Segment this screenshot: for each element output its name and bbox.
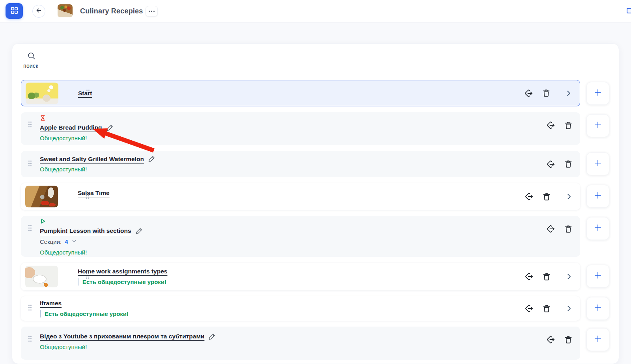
lesson-row-homework[interactable]: Home work assignments types Есть общедос… — [21, 263, 580, 290]
lesson-row-start[interactable]: Start — [21, 80, 580, 106]
add-lesson-button[interactable] — [586, 114, 609, 137]
trash-icon[interactable] — [564, 160, 573, 169]
export-arrow-icon[interactable] — [524, 192, 534, 202]
lesson-row-youtube-video[interactable]: Відео з Youtube з прихованим плеєром та … — [21, 327, 580, 360]
export-arrow-icon[interactable] — [524, 88, 534, 98]
drag-handle-icon[interactable] — [28, 121, 32, 130]
lesson-title-link[interactable]: Apple Bread Pudding — [40, 124, 102, 131]
trash-icon[interactable] — [542, 304, 551, 313]
drag-handle-icon[interactable] — [28, 160, 32, 169]
plus-icon — [594, 159, 602, 169]
lesson-thumbnail — [26, 82, 58, 104]
status-badge: Общедоступный! — [40, 134, 114, 142]
add-lesson-button[interactable] — [586, 152, 609, 175]
status-badge: Общедоступный! — [40, 248, 143, 256]
chevron-right-icon[interactable] — [564, 89, 573, 97]
sections-label: Секции: — [40, 238, 62, 245]
status-bar — [40, 310, 41, 318]
hourglass-icon — [40, 115, 46, 123]
add-lesson-button[interactable] — [586, 328, 609, 351]
status-badge: Есть общедоступные уроки! — [82, 279, 166, 285]
status-badge: Общедоступный! — [40, 342, 216, 351]
status-bar — [78, 278, 78, 286]
export-arrow-icon[interactable] — [546, 121, 556, 130]
trash-icon[interactable] — [564, 224, 573, 234]
plus-icon — [594, 334, 602, 345]
export-arrow-icon[interactable] — [524, 272, 534, 282]
chevron-right-icon[interactable] — [565, 193, 573, 201]
clipped-corner-button[interactable] — [627, 8, 631, 13]
pencil-icon[interactable] — [135, 227, 143, 235]
pencil-icon[interactable] — [208, 333, 216, 340]
plus-icon — [594, 223, 602, 234]
export-arrow-icon[interactable] — [546, 159, 556, 169]
page-title: Culinary Recepies — [80, 7, 143, 15]
lesson-title-link[interactable]: Pumpkin! Lesson with sections — [40, 227, 131, 234]
chevron-right-icon[interactable] — [565, 273, 573, 281]
trash-icon[interactable] — [541, 89, 551, 98]
trash-icon[interactable] — [542, 272, 551, 281]
drag-handle-icon[interactable] — [28, 304, 32, 313]
play-outline-icon — [40, 218, 46, 226]
plus-icon — [594, 271, 602, 281]
chevron-down-icon[interactable] — [71, 238, 77, 245]
add-lesson-button[interactable] — [586, 217, 609, 240]
export-arrow-icon[interactable] — [524, 304, 534, 314]
chevron-right-icon[interactable] — [565, 305, 573, 313]
add-lesson-button[interactable] — [586, 185, 609, 208]
drag-handle-icon[interactable] — [28, 335, 32, 344]
lesson-title-link[interactable]: Iframes — [40, 300, 62, 307]
plus-icon — [594, 303, 602, 314]
lesson-row-salsa-time[interactable]: Salsa Time — [21, 183, 580, 210]
sections-count[interactable]: 4 — [65, 238, 68, 245]
apps-menu-button[interactable] — [6, 3, 23, 19]
top-bar: Culinary Recepies — [0, 0, 631, 22]
status-badge: Есть общедоступные уроки! — [45, 310, 129, 317]
lesson-title-link[interactable]: Start — [78, 90, 92, 97]
add-lesson-button[interactable] — [586, 265, 609, 288]
lesson-row-pumpkin[interactable]: Pumpkin! Lesson with sections Секции: 4 … — [21, 216, 580, 257]
trash-icon[interactable] — [564, 121, 573, 130]
arrow-left-icon — [35, 7, 42, 15]
lesson-title-link[interactable]: Home work assignments types — [78, 268, 167, 275]
pencil-icon[interactable] — [106, 124, 114, 132]
search-label: поиск — [23, 63, 38, 69]
lesson-title-link[interactable]: Sweet and Salty Grilled Watermelon — [40, 156, 144, 163]
drag-handle-icon[interactable] — [28, 224, 32, 234]
lesson-title-link[interactable]: Відео з Youtube з прихованим плеєром та … — [40, 333, 204, 340]
lesson-thumbnail — [25, 266, 58, 288]
plus-icon — [594, 121, 602, 131]
add-lesson-button[interactable] — [586, 297, 609, 320]
export-arrow-icon[interactable] — [546, 335, 556, 345]
lesson-row-watermelon[interactable]: Sweet and Salty Grilled Watermelon Общед… — [21, 151, 580, 177]
lesson-row-iframes[interactable]: Iframes Есть общедоступные уроки! — [21, 296, 580, 321]
trash-icon[interactable] — [542, 192, 551, 201]
back-button[interactable] — [32, 5, 45, 18]
trash-icon[interactable] — [564, 335, 573, 344]
search-button[interactable]: поиск — [22, 50, 50, 71]
grid-icon — [10, 6, 19, 17]
ellipsis-icon — [149, 11, 150, 12]
status-badge: Общедоступный! — [40, 165, 155, 174]
more-options-button[interactable] — [146, 6, 158, 17]
add-lesson-button[interactable] — [586, 82, 609, 105]
lesson-title-link[interactable]: Salsa Time — [78, 189, 110, 197]
plus-icon — [594, 88, 602, 98]
lesson-thumbnail — [25, 186, 58, 208]
course-thumbnail — [58, 4, 73, 17]
lesson-row-apple-bread-pudding[interactable]: Apple Bread Pudding Общедоступный! — [21, 112, 580, 145]
plus-icon — [594, 191, 602, 201]
export-arrow-icon[interactable] — [546, 224, 556, 234]
pencil-icon[interactable] — [148, 155, 155, 163]
